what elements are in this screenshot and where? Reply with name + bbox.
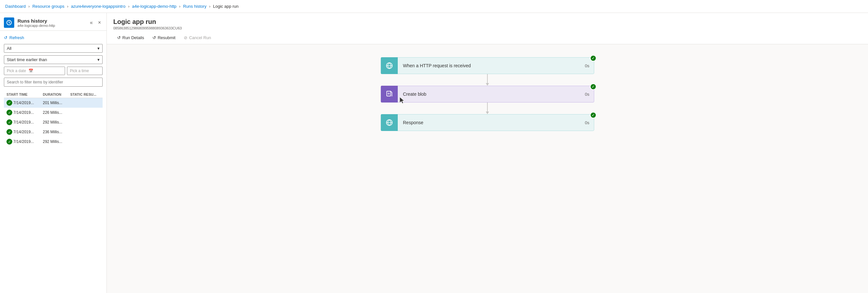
breadcrumb-demo-http[interactable]: a4e-logicapp-demo-http [132, 4, 176, 9]
row-duration: 292 Millis... [40, 137, 68, 146]
row-status: ✓ 7/14/2019... [4, 118, 40, 127]
col-duration: DURATION [40, 91, 68, 98]
table-row[interactable]: ✓ 7/14/2019...292 Millis... [4, 137, 102, 146]
node-response-duration: 0s [580, 120, 594, 125]
node-http[interactable]: When a HTTP request is received 0s ✓ [381, 57, 594, 74]
breadcrumb-sep-3: › [128, 4, 129, 9]
sidebar-title-text: Runs history a4e-logicapp-demo-http [18, 18, 55, 28]
chevron-down-icon: ▾ [97, 46, 100, 51]
cursor-indicator [399, 96, 405, 104]
chevron-down-icon-2: ▾ [97, 57, 100, 62]
resubmit-icon: ↺ [152, 35, 156, 40]
breadcrumb-runs-history[interactable]: Runs history [183, 4, 207, 9]
row-duration: 201 Millis... [40, 98, 68, 108]
status-success-icon: ✓ [6, 139, 12, 144]
table-row[interactable]: ✓ 7/14/2019...236 Millis... [4, 127, 102, 137]
col-static-result: STATIC RESU... [68, 91, 102, 98]
time-placeholder: Pick a time [70, 69, 89, 73]
breadcrumb-logapps[interactable]: azure4everyone-logappsintro [71, 4, 125, 9]
breadcrumb-sep-2: › [67, 4, 68, 9]
row-static-result [68, 108, 102, 118]
cancel-label: Cancel Run [189, 35, 211, 40]
node-response-label: Response [398, 120, 580, 125]
search-input[interactable] [4, 77, 102, 87]
node-blob-label: Create blob [398, 92, 580, 97]
table-row[interactable]: ✓ 7/14/2019...201 Millis... [4, 98, 102, 108]
cancel-run-button[interactable]: ⊘ Cancel Run [180, 33, 215, 42]
arrow-head-1 [486, 83, 489, 86]
breadcrumb-dashboard[interactable]: Dashboard [5, 4, 26, 9]
arrow-line-1 [487, 74, 488, 83]
run-details-icon: ↺ [117, 35, 121, 40]
table-row[interactable]: ✓ 7/14/2019...226 Millis... [4, 108, 102, 118]
node-blob-duration: 0s [580, 92, 594, 97]
flow-container: When a HTTP request is received 0s ✓ [377, 57, 597, 131]
svg-rect-3 [387, 91, 391, 96]
table-row[interactable]: ✓ 7/14/2019...292 Millis... [4, 118, 102, 127]
flow-arrow-2 [486, 102, 489, 114]
close-button[interactable]: × [96, 19, 102, 26]
breadcrumb-sep-4: › [179, 4, 180, 9]
row-status: ✓ 7/14/2019... [4, 108, 40, 118]
row-static-result [68, 137, 102, 146]
row-status: ✓ 7/14/2019... [4, 127, 40, 137]
arrow-head-2 [486, 111, 489, 114]
sidebar-body: ↺ Refresh All ▾ Start time earlier than … [0, 31, 106, 150]
node-response-status: ✓ [590, 112, 596, 118]
row-status: ✓ 7/14/2019... [4, 137, 40, 146]
time-filter-label: Start time earlier than [7, 57, 47, 62]
main-header: Logic app run 08586385129868099598808936… [107, 13, 868, 44]
node-blob-status: ✓ [590, 84, 596, 90]
status-success-icon: ✓ [6, 129, 12, 135]
svg-marker-6 [400, 97, 404, 103]
runs-history-panel: Runs history a4e-logicapp-demo-http « × … [0, 13, 107, 293]
row-duration: 292 Millis... [40, 118, 68, 127]
breadcrumb-resource-groups[interactable]: Resource groups [32, 4, 64, 9]
status-filter-value: All [7, 46, 11, 51]
row-static-result [68, 127, 102, 137]
node-response[interactable]: Response 0s ✓ [381, 114, 594, 131]
sidebar-title: Runs history [18, 18, 55, 24]
calendar-icon: 📅 [29, 69, 33, 73]
run-details-button[interactable]: ↺ Run Details [113, 33, 148, 42]
refresh-button[interactable]: ↺ Refresh [4, 34, 102, 41]
main-content: Logic app run 08586385129868099598808936… [107, 13, 868, 293]
arrow-line-2 [487, 102, 488, 111]
date-time-row: Pick a date 📅 Pick a time [4, 67, 102, 75]
node-blob[interactable]: Create blob 0s ✓ [381, 86, 594, 102]
run-details-label: Run Details [122, 35, 144, 40]
refresh-icon: ↺ [4, 35, 7, 40]
row-static-result [68, 98, 102, 108]
breadcrumb-sep-5: › [209, 4, 210, 9]
date-placeholder: Pick a date [7, 69, 26, 73]
breadcrumb-sep-1: › [29, 4, 30, 9]
sidebar-controls: « × [88, 19, 102, 26]
date-picker[interactable]: Pick a date 📅 [4, 67, 65, 75]
runs-table: START TIME DURATION STATIC RESU... ✓ 7/1… [4, 91, 102, 146]
row-status: ✓ 7/14/2019... [4, 98, 40, 108]
time-filter-dropdown[interactable]: Start time earlier than ▾ [4, 55, 102, 64]
node-http-label: When a HTTP request is received [398, 63, 580, 68]
resubmit-label: Resubmit [158, 35, 176, 40]
resubmit-button[interactable]: ↺ Resubmit [149, 33, 179, 42]
status-filter-dropdown[interactable]: All ▾ [4, 44, 102, 53]
row-duration: 236 Millis... [40, 127, 68, 137]
sidebar-header: Runs history a4e-logicapp-demo-http « × [0, 13, 106, 31]
breadcrumb-current: Logic app run [213, 4, 239, 9]
toolbar: ↺ Run Details ↺ Resubmit ⊘ Cancel Run [113, 33, 862, 44]
page-title: Logic app run [113, 18, 862, 26]
status-success-icon: ✓ [6, 119, 12, 125]
time-picker[interactable]: Pick a time [67, 67, 102, 75]
cancel-icon: ⊘ [184, 35, 187, 40]
node-icon-response [381, 114, 398, 131]
status-success-icon: ✓ [6, 100, 12, 106]
node-icon-http [381, 57, 398, 74]
sidebar-title-area: Runs history a4e-logicapp-demo-http [4, 18, 55, 28]
flow-canvas: When a HTTP request is received 0s ✓ [107, 44, 868, 293]
row-duration: 226 Millis... [40, 108, 68, 118]
run-id: 085863851298680995988089363633CU63 [113, 26, 862, 30]
collapse-button[interactable]: « [88, 19, 94, 26]
flow-arrow-1 [486, 74, 489, 86]
col-start-time: START TIME [4, 91, 40, 98]
refresh-label: Refresh [9, 35, 24, 40]
